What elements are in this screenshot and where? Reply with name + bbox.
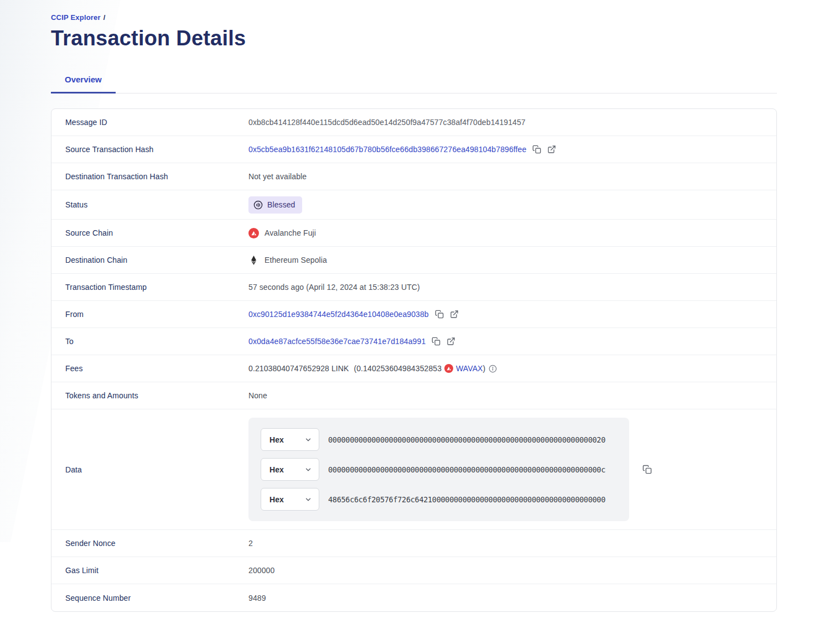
hex-line: Hex 000000000000000000000000000000000000… bbox=[261, 458, 617, 481]
sender-nonce-label: Sender Nonce bbox=[65, 539, 248, 548]
tokens-value: None bbox=[248, 391, 267, 400]
chevron-down-icon bbox=[304, 466, 312, 474]
timestamp-value: 57 seconds ago (April 12, 2024 at 15:38:… bbox=[248, 283, 420, 292]
page-title: Transaction Details bbox=[51, 27, 777, 50]
fees-label: Fees bbox=[65, 364, 248, 373]
breadcrumb-ccip-explorer-link[interactable]: CCIP Explorer bbox=[51, 13, 101, 22]
main-content: CCIP Explorer/ Transaction Details Overv… bbox=[51, 0, 777, 612]
tab-bar: Overview bbox=[51, 75, 777, 93]
avalanche-logo-icon bbox=[248, 228, 259, 238]
copy-icon[interactable] bbox=[532, 145, 541, 154]
table-row-from: From 0xc90125d1e9384744e5f2d4364e10408e0… bbox=[51, 301, 776, 328]
table-row-dest-chain: Destination Chain Ethereum Sepolia bbox=[51, 247, 776, 274]
fees-link-amount: 0.21038040747652928 LINK bbox=[248, 364, 349, 373]
wavax-token-link[interactable]: WAVAX bbox=[456, 364, 483, 373]
table-row-sequence-number: Sequence Number 9489 bbox=[51, 584, 776, 611]
hex-format-select[interactable]: Hex bbox=[261, 458, 319, 481]
source-tx-hash-label: Source Transaction Hash bbox=[65, 145, 248, 154]
hex-format-selected-value: Hex bbox=[269, 435, 284, 444]
hex-data-line: 0000000000000000000000000000000000000000… bbox=[328, 435, 605, 444]
data-label: Data bbox=[65, 465, 248, 474]
data-hex-block: Hex 000000000000000000000000000000000000… bbox=[248, 418, 629, 521]
hex-format-select[interactable]: Hex bbox=[261, 428, 319, 451]
source-tx-hash-link[interactable]: 0x5cb5ea9b1631f62148105d67b780b56fce66db… bbox=[248, 145, 526, 154]
avalanche-logo-icon bbox=[444, 364, 453, 373]
dest-chain-label: Destination Chain bbox=[65, 256, 248, 264]
copy-icon[interactable] bbox=[435, 310, 444, 319]
table-row-source-chain: Source Chain Avalanche Fuji bbox=[51, 220, 776, 247]
hex-format-selected-value: Hex bbox=[269, 495, 284, 504]
tab-overview[interactable]: Overview bbox=[51, 75, 116, 93]
table-row-sender-nonce: Sender Nonce 2 bbox=[51, 530, 776, 557]
dest-chain-name: Ethereum Sepolia bbox=[265, 256, 327, 264]
hex-data-line: 0000000000000000000000000000000000000000… bbox=[328, 465, 605, 474]
hex-format-select[interactable]: Hex bbox=[261, 488, 319, 511]
status-label: Status bbox=[65, 200, 248, 209]
dest-tx-hash-value: Not yet available bbox=[248, 172, 307, 181]
hex-data-line: 48656c6c6f20576f726c64210000000000000000… bbox=[328, 495, 605, 504]
copy-icon[interactable] bbox=[642, 465, 652, 474]
to-address-link[interactable]: 0x0da4e87acfce55f58e36e7cae73741e7d184a9… bbox=[248, 337, 426, 346]
status-badge-text: Blessed bbox=[267, 200, 295, 209]
message-id-label: Message ID bbox=[65, 118, 248, 127]
from-address-link[interactable]: 0xc90125d1e9384744e5f2d4364e10408e0ea903… bbox=[248, 310, 429, 319]
external-link-icon[interactable] bbox=[547, 145, 556, 154]
tokens-label: Tokens and Amounts bbox=[65, 391, 248, 400]
copy-icon[interactable] bbox=[432, 337, 440, 346]
table-row-data: Data Hex 0000000000000000000000000000000… bbox=[51, 409, 776, 530]
transaction-details-card: Message ID 0xb8cb414128f440e115dcd5d6ead… bbox=[51, 108, 777, 612]
fees-wavax-amount: 0.140253604984352853 bbox=[356, 364, 442, 373]
table-row-dest-tx-hash: Destination Transaction Hash Not yet ava… bbox=[51, 163, 776, 190]
sequence-number-value: 9489 bbox=[248, 594, 266, 602]
transaction-details-page: CCIP Explorer/ Transaction Details Overv… bbox=[0, 0, 840, 629]
timestamp-label: Transaction Timestamp bbox=[65, 283, 248, 292]
table-row-tokens: Tokens and Amounts None bbox=[51, 382, 776, 409]
breadcrumb: CCIP Explorer/ bbox=[51, 13, 777, 22]
from-label: From bbox=[65, 310, 248, 319]
signal-circle-icon bbox=[253, 200, 263, 210]
info-icon[interactable] bbox=[489, 365, 497, 373]
table-row-to: To 0x0da4e87acfce55f58e36e7cae73741e7d18… bbox=[51, 328, 776, 355]
external-link-icon[interactable] bbox=[450, 310, 459, 319]
to-label: To bbox=[65, 337, 248, 346]
breadcrumb-separator: / bbox=[103, 13, 106, 22]
message-id-value: 0xb8cb414128f440e115dcd5d6ead50e14d250f9… bbox=[248, 118, 526, 127]
source-chain-name: Avalanche Fuji bbox=[265, 228, 316, 237]
table-row-timestamp: Transaction Timestamp 57 seconds ago (Ap… bbox=[51, 274, 776, 301]
gas-limit-label: Gas Limit bbox=[65, 566, 248, 575]
chevron-down-icon bbox=[304, 436, 312, 444]
chevron-down-icon bbox=[304, 496, 312, 503]
sequence-number-label: Sequence Number bbox=[65, 594, 248, 602]
table-row-message-id: Message ID 0xb8cb414128f440e115dcd5d6ead… bbox=[51, 109, 776, 136]
table-row-source-tx-hash: Source Transaction Hash 0x5cb5ea9b1631f6… bbox=[51, 136, 776, 163]
hex-line: Hex 000000000000000000000000000000000000… bbox=[261, 428, 617, 451]
table-row-gas-limit: Gas Limit 200000 bbox=[51, 557, 776, 584]
ethereum-logo-icon bbox=[248, 256, 259, 265]
hex-format-selected-value: Hex bbox=[269, 465, 284, 474]
table-row-fees: Fees 0.21038040747652928 LINK (0.1402536… bbox=[51, 355, 776, 382]
source-chain-label: Source Chain bbox=[65, 228, 248, 237]
status-badge: Blessed bbox=[248, 196, 302, 214]
table-row-status: Status Blessed bbox=[51, 190, 776, 220]
sender-nonce-value: 2 bbox=[248, 539, 253, 548]
hex-line: Hex 48656c6c6f20576f726c6421000000000000… bbox=[261, 488, 617, 511]
dest-tx-hash-label: Destination Transaction Hash bbox=[65, 172, 248, 181]
external-link-icon[interactable] bbox=[447, 337, 455, 346]
gas-limit-value: 200000 bbox=[248, 566, 274, 575]
fees-close-paren: ) bbox=[483, 364, 486, 373]
